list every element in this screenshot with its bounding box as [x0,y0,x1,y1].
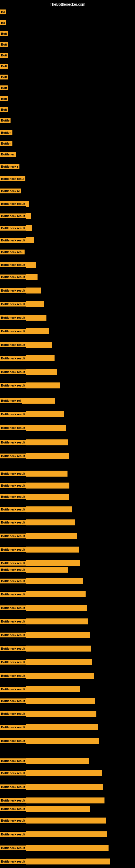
bottleneck-bar [26,686,80,692]
bottleneck-label: Bottleneck result [0,383,26,388]
list-item: Bottleneck result [0,315,46,321]
bottleneck-bar [26,471,68,476]
bottleneck-bar [26,806,90,812]
bottleneck-label: Bottleneck result [0,288,26,293]
bottleneck-label: Bo [0,9,6,14]
bottleneck-label: Bottleneck result [0,342,26,347]
list-item: Bottleneck result [0,646,91,652]
bottleneck-bar [26,646,91,652]
bottleneck-label: Bottleneck result [0,592,26,597]
list-item: Bottleneck result [0,578,83,584]
bottleneck-label: Bottleneck result [0,806,26,811]
list-item: Bottleneck result [0,425,66,431]
bottleneck-bar [26,411,64,417]
bottleneck-label: Bott [0,53,8,58]
bottleneck-label: Bottleneck result [0,520,26,525]
list-item: Bottleneck result [0,369,57,375]
bottleneck-label: Bottleneck result [0,832,26,837]
bottleneck-label: Bottleneck result [0,561,26,565]
bottleneck-bar [26,673,94,679]
bottleneck-label: Bottleneck result [0,725,26,730]
bottleneck-bar [26,328,49,334]
list-item: Bott [0,53,8,58]
list-item: Bottleneck result [0,225,32,231]
list-item: Bottleneck result [0,471,68,476]
bottleneck-label: Bottleneck result [0,238,26,243]
bottleneck-bar [26,237,34,243]
bottleneck-label: Bottleneck result [0,660,26,664]
bottleneck-bar [26,711,96,717]
list-item: Bott [0,64,8,69]
bottleneck-label: Bottleneck result [0,356,26,361]
bottleneck-bar [26,784,103,790]
list-item: Bottleneck result [0,439,68,445]
site-title: TheBottlenecker.com [50,2,85,6]
list-item: Bottleneck result [0,411,64,417]
bottleneck-label: Bott [0,86,8,90]
bottleneck-bar [26,859,110,865]
list-item: Bottleneck result [0,453,69,459]
list-item: Bottleneck result [0,547,79,553]
bottleneck-bar [26,560,80,566]
list-item: Bottleneck result [0,533,77,539]
list-item: Bottleneck result [0,711,96,717]
bottleneck-label: Bottlen [0,130,12,135]
bottleneck-label: Bott [0,74,8,80]
bottleneck-label: Bottleneck result [0,818,26,823]
list-item: Bott [0,96,8,101]
list-item: Bottleneck result [0,506,72,513]
bottleneck-label: Bottleneck result [0,440,26,445]
list-item: Bottleneck result [0,201,29,207]
bottleneck-label: Bottleneck result [0,567,26,572]
bottleneck-label: Bottlenec [0,152,16,157]
bottleneck-bar [26,213,31,219]
bottleneck-bar [26,698,95,704]
bottleneck-label: Bott [0,64,8,69]
bottleneck-bar [26,262,36,268]
list-item: Bottleneck result [0,342,52,348]
list-item: Bottleneck result [0,213,31,219]
bottleneck-label: Bottleneck result [0,758,26,763]
bottleneck-bar [26,483,70,489]
bottleneck-bar [26,425,66,431]
bottleneck-bar [26,798,104,803]
bottleneck-label: Bottleneck result [0,687,26,692]
list-item: Bottleneck result [0,287,41,293]
list-item: Bottleneck result [0,591,86,597]
bottleneck-label: Bott [0,107,8,112]
list-item: Bott [0,107,8,112]
bottleneck-bar [26,547,79,553]
list-item: Bottleneck result [0,483,70,489]
bottleneck-label: Bottleneck result [0,784,26,789]
list-item: Bottleneck result [0,770,102,776]
bottleneck-bar [26,591,86,597]
bottleneck-label: Bottleneck result [0,646,26,651]
list-item: Bottleneck result [0,698,95,704]
bottleneck-bar [26,605,87,611]
bottleneck-bar [26,533,77,539]
bottleneck-label: Bottleneck result [0,507,26,512]
list-item: Bottleneck result [0,686,80,692]
list-item: Bottleneck result [0,355,54,361]
bottleneck-label: Bottleneck result [0,738,26,743]
bottleneck-bar [26,578,83,584]
bottleneck-label: Bottleneck result [0,547,26,552]
bottleneck-label: Bottleneck result [0,699,26,703]
list-item: Bottleneck result [0,806,90,812]
bottleneck-bar [26,845,108,851]
bottleneck-label: Bottleneck result [0,845,26,850]
bottleneck-bar [26,225,32,231]
list-item: Bottleneck rel [0,398,55,404]
list-item: Bottleneck result [0,274,38,280]
bottleneck-bar [26,201,29,207]
bottleneck-label: Bottleneck resu [0,250,25,254]
bottleneck-bar [26,618,88,624]
bottleneck-label: Bottleneck result [0,302,26,307]
bottleneck-label: Bottleneck result [0,214,26,218]
list-item: Bottleneck result [0,784,103,790]
bottleneck-bar [26,439,68,445]
bottleneck-label: Bottleneck result [0,632,26,638]
list-item: Bottleneck result [0,798,104,803]
list-item: Bottleneck result [0,859,110,865]
bottleneck-label: Bottleneck result [0,471,26,476]
